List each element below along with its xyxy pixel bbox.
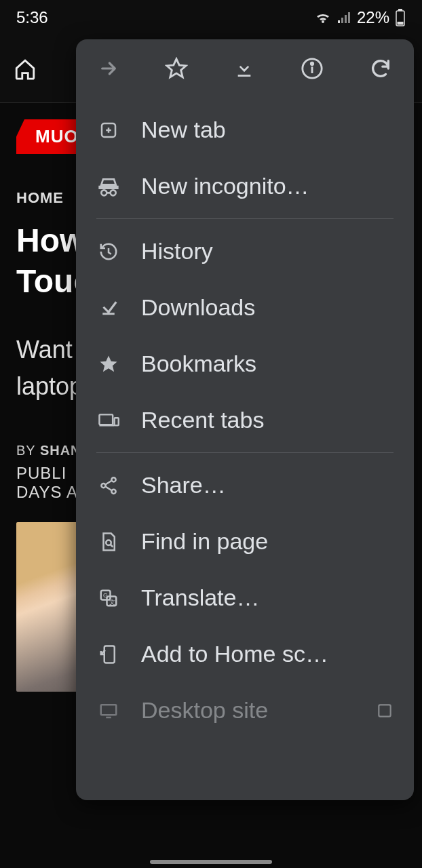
menu-item-bookmarks[interactable]: Bookmarks [76,336,414,392]
overflow-menu: New tab New incognito… History Downloads [76,39,414,800]
menu-label: Find in page [141,528,268,555]
menu-divider [96,218,394,219]
menu-item-incognito[interactable]: New incognito… [76,158,414,214]
share-icon [96,475,121,496]
find-icon [96,532,121,552]
download-icon[interactable] [233,58,255,79]
menu-label: New tab [141,117,226,143]
svg-point-5 [311,62,313,64]
downloads-icon [96,298,121,318]
menu-item-find[interactable]: Find in page [76,513,414,570]
svg-rect-17 [104,646,115,663]
nav-handle[interactable] [150,860,272,864]
add-home-icon [96,644,121,665]
menu-item-add-home[interactable]: Add to Home sc… [76,626,414,682]
svg-text:文: 文 [109,598,115,605]
status-bar: 5:36 22% [0,0,422,35]
svg-rect-19 [379,705,390,716]
menu-label: Translate… [141,585,259,611]
menu-item-desktop-site[interactable]: Desktop site [76,682,414,738]
bookmarks-icon [96,354,121,374]
new-tab-icon [96,120,121,140]
menu-label: Downloads [141,294,255,321]
incognito-icon [96,176,121,197]
battery-icon [395,9,406,26]
menu-item-new-tab[interactable]: New tab [76,102,414,158]
battery-percent: 22% [357,8,389,27]
recent-tabs-icon [96,412,121,429]
menu-list: New tab New incognito… History Downloads [76,98,414,800]
desktop-icon [96,702,121,719]
checkbox-icon[interactable] [376,702,394,719]
svg-rect-8 [115,418,119,425]
reload-icon[interactable] [369,57,392,80]
home-icon[interactable] [14,58,37,81]
forward-icon[interactable] [98,58,119,79]
menu-label: Add to Home sc… [141,641,328,667]
menu-divider [96,452,394,453]
menu-item-downloads[interactable]: Downloads [76,279,414,336]
status-time: 5:36 [16,8,48,27]
menu-label: Desktop site [141,697,268,724]
translate-icon: G文 [96,588,121,608]
signal-icon [337,11,351,24]
svg-rect-7 [99,414,113,425]
menu-item-recent-tabs[interactable]: Recent tabs [76,392,414,448]
menu-label: New incognito… [141,173,309,199]
wifi-icon [315,11,331,24]
menu-item-history[interactable]: History [76,223,414,279]
menu-label: Share… [141,472,226,498]
menu-toolbar [76,39,414,98]
svg-text:G: G [103,591,108,598]
history-icon [96,241,121,262]
menu-label: History [141,238,213,264]
svg-rect-1 [398,9,402,11]
menu-label: Bookmarks [141,351,256,377]
info-icon[interactable] [301,57,324,80]
svg-rect-2 [398,22,404,25]
menu-label: Recent tabs [141,407,264,433]
bookmark-star-icon[interactable] [165,57,188,80]
status-right: 22% [315,8,406,27]
menu-item-share[interactable]: Share… [76,457,414,513]
svg-rect-18 [101,705,117,715]
menu-item-translate[interactable]: G文 Translate… [76,570,414,626]
